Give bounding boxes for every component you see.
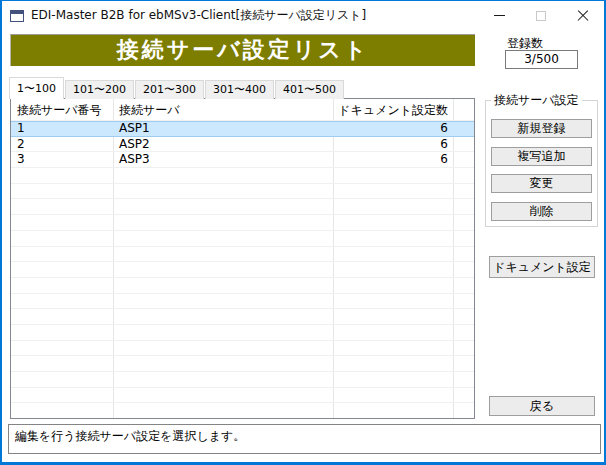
close-icon — [577, 10, 589, 22]
table-row-empty — [11, 294, 474, 310]
tab-101-200[interactable]: 101〜200 — [65, 80, 134, 99]
table-row-empty — [11, 184, 474, 200]
table-row[interactable]: 2 ASP2 6 — [11, 137, 474, 153]
app-window: EDI-Master B2B for ebMSv3-Client[接続サーバ設定… — [0, 0, 606, 465]
table-row-empty — [11, 262, 474, 278]
column-header-doc-count: ドキュメント設定数 — [333, 99, 453, 120]
minimize-button[interactable] — [478, 1, 520, 30]
table-row-empty — [11, 247, 474, 263]
new-registration-button[interactable]: 新規登録 — [491, 119, 592, 138]
cell-server-name: ASP1 — [113, 121, 333, 136]
cell-doc-count: 6 — [333, 152, 453, 167]
server-list: 接続サーバ番号 接続サーバ ドキュメント設定数 1 ASP1 6 2 ASP2 … — [10, 98, 475, 419]
document-settings-button[interactable]: ドキュメント設定 — [489, 256, 595, 278]
maximize-icon — [536, 11, 546, 21]
back-button[interactable]: 戻る — [489, 396, 595, 416]
title-bar: EDI-Master B2B for ebMSv3-Client[接続サーバ設定… — [2, 1, 604, 30]
table-body: 1 ASP1 6 2 ASP2 6 3 ASP3 6 — [11, 121, 474, 419]
delete-button[interactable]: 削除 — [491, 202, 592, 221]
tab-401-500[interactable]: 401〜500 — [275, 80, 344, 99]
table-row-empty — [11, 325, 474, 341]
maximize-button — [520, 1, 562, 30]
app-window-icon — [10, 10, 24, 22]
range-tab-bar: 1〜100 101〜200 201〜300 301〜400 401〜500 — [9, 77, 345, 99]
window-title: EDI-Master B2B for ebMSv3-Client[接続サーバ設定… — [31, 7, 366, 24]
table-row-empty — [11, 403, 474, 419]
status-message: 編集を行う接続サーバ設定を選択します。 — [8, 424, 601, 454]
tab-301-400[interactable]: 301〜400 — [205, 80, 274, 99]
table-row-empty — [11, 372, 474, 388]
registered-count-value: 3/500 — [505, 50, 578, 69]
server-settings-group: 接続サーバ設定 新規登録 複写追加 変更 削除 — [485, 100, 598, 227]
cell-server-name: ASP3 — [113, 152, 333, 167]
copy-add-button[interactable]: 複写追加 — [491, 147, 592, 166]
cell-server-number: 1 — [11, 121, 113, 136]
table-row-empty — [11, 168, 474, 184]
page-title: 接続サーバ設定リスト — [10, 34, 475, 66]
close-button[interactable] — [562, 1, 604, 30]
table-row-empty — [11, 341, 474, 357]
table-row[interactable]: 3 ASP3 6 — [11, 152, 474, 168]
server-settings-group-label: 接続サーバ設定 — [491, 92, 582, 109]
column-header-server-number: 接続サーバ番号 — [11, 99, 113, 120]
cell-server-name: ASP2 — [113, 137, 333, 152]
table-row-empty — [11, 309, 474, 325]
cell-server-number: 2 — [11, 137, 113, 152]
cell-doc-count: 6 — [333, 137, 453, 152]
table-header: 接続サーバ番号 接続サーバ ドキュメント設定数 — [11, 99, 474, 121]
table-row-empty — [11, 199, 474, 215]
tab-1-100[interactable]: 1〜100 — [9, 77, 64, 99]
change-button[interactable]: 変更 — [491, 174, 592, 193]
cell-server-number: 3 — [11, 152, 113, 167]
column-header-server-name: 接続サーバ — [113, 99, 333, 120]
cell-doc-count: 6 — [333, 121, 453, 136]
table-row-empty — [11, 231, 474, 247]
table-row-empty — [11, 356, 474, 372]
table-row-empty — [11, 278, 474, 294]
minimize-icon — [494, 15, 505, 16]
tab-201-300[interactable]: 201〜300 — [135, 80, 204, 99]
table-row-empty — [11, 388, 474, 404]
table-row-empty — [11, 215, 474, 231]
table-row[interactable]: 1 ASP1 6 — [11, 121, 474, 137]
window-controls — [478, 1, 604, 30]
